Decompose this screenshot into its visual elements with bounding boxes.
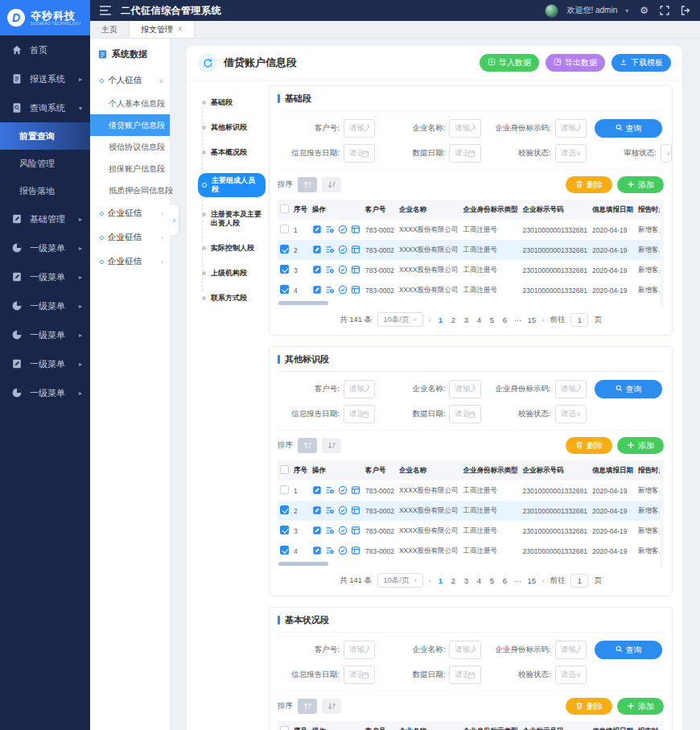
table-row[interactable]: 3783-0002XXXX股份有限公司工商注册号2301000000133268… [278, 521, 664, 541]
select-input[interactable]: 请选择∨ [555, 666, 587, 684]
goto-page-input[interactable] [570, 313, 588, 327]
page-number[interactable]: 5 [488, 576, 496, 585]
next-page-icon[interactable]: › [541, 316, 544, 324]
sidebar-item[interactable]: 查询系统▾ [0, 93, 90, 122]
close-icon[interactable]: × [178, 25, 183, 34]
scrollbar-thumb[interactable] [278, 301, 328, 305]
detail-action-icon[interactable] [325, 225, 335, 234]
sort-asc-button[interactable] [298, 177, 317, 192]
page-number[interactable]: ··· [514, 316, 522, 324]
record-action-icon[interactable] [351, 546, 360, 555]
sidebar-item[interactable]: 基础管理▸ [0, 204, 90, 233]
horizontal-scrollbar[interactable] [278, 562, 660, 566]
page-number[interactable]: 6 [501, 576, 509, 585]
page-number[interactable]: 15 [527, 576, 536, 585]
sort-asc-button[interactable] [298, 699, 317, 714]
sort-desc-button[interactable] [322, 699, 341, 714]
fullscreen-icon[interactable] [660, 6, 669, 15]
subsidebar-item[interactable]: 借贷账户信息段 [90, 114, 170, 136]
date-input[interactable]: 请选择 [344, 405, 375, 423]
record-action-icon[interactable] [351, 485, 360, 495]
anchor-item[interactable]: 基本概况段 [198, 148, 266, 157]
text-input[interactable]: 请输入 [555, 119, 587, 138]
row-checkbox[interactable] [280, 265, 289, 274]
anchor-item[interactable]: 实际控制人段 [198, 244, 266, 253]
subsidebar-item[interactable]: 抵质押合同信息段 [90, 179, 170, 201]
subsidebar-item[interactable]: 个人基本信息段 [90, 93, 170, 114]
detail-action-icon[interactable] [325, 285, 335, 295]
welcome-text[interactable]: 欢迎您! admin [566, 5, 617, 16]
delete-button[interactable]: 删除 [566, 176, 612, 193]
record-action-icon[interactable] [351, 265, 360, 274]
row-checkbox[interactable] [280, 526, 289, 534]
select-all-checkbox[interactable] [280, 465, 289, 474]
avatar[interactable] [545, 4, 558, 18]
sidebar-item[interactable]: 一级菜单▸ [0, 349, 90, 378]
record-action-icon[interactable] [351, 285, 360, 295]
sidebar-item[interactable]: 一级菜单▸ [0, 378, 90, 407]
subsidebar-group[interactable]: 企业征信› [90, 250, 170, 274]
record-action-icon[interactable] [351, 245, 360, 254]
edit-action-icon[interactable] [312, 225, 322, 234]
subsidebar-group[interactable]: 企业征信› [90, 201, 170, 225]
delete-button[interactable]: 删除 [566, 698, 612, 715]
anchor-item[interactable]: 主要组成人员段 [198, 173, 266, 197]
text-input[interactable]: 请输入 [449, 119, 480, 138]
page-size-select[interactable]: 10条/页∨ [377, 573, 422, 588]
edit-action-icon[interactable] [312, 505, 322, 515]
check-action-icon[interactable] [338, 526, 348, 535]
sort-desc-button[interactable] [322, 177, 341, 192]
sidebar-toggle-icon[interactable] [100, 6, 111, 15]
detail-action-icon[interactable] [325, 546, 335, 555]
edit-action-icon[interactable] [312, 245, 322, 254]
edit-action-icon[interactable] [312, 546, 322, 555]
tab[interactable]: 报文管理× [130, 21, 195, 38]
check-action-icon[interactable] [338, 485, 348, 495]
date-input[interactable]: 请选择 [344, 666, 375, 684]
anchor-item[interactable]: 上级机构段 [198, 269, 266, 278]
select-input[interactable]: 请选择∨ [661, 144, 672, 163]
anchor-item[interactable]: 注册资本及主要出资人段 [198, 210, 266, 228]
add-button[interactable]: 添加 [617, 437, 664, 454]
record-action-icon[interactable] [351, 505, 360, 515]
record-action-icon[interactable] [351, 225, 360, 234]
goto-page-input[interactable] [570, 574, 588, 588]
search-button[interactable]: 查询 [595, 380, 662, 398]
anchor-item[interactable]: 基础段 [198, 98, 266, 107]
record-action-icon[interactable] [351, 526, 360, 535]
sidebar-item[interactable]: 风险管理 [0, 150, 90, 177]
page-number[interactable]: 15 [527, 316, 536, 324]
detail-action-icon[interactable] [325, 265, 335, 274]
delete-button[interactable]: 删除 [566, 437, 612, 454]
table-row[interactable]: 1783-0002XXXX股份有限公司工商注册号2301000000133268… [278, 480, 664, 501]
collapse-handle-icon[interactable]: › [170, 204, 179, 235]
import-button[interactable]: 导入数据 [480, 54, 539, 72]
check-action-icon[interactable] [338, 546, 348, 555]
check-action-icon[interactable] [338, 225, 348, 234]
export-button[interactable]: 导出数据 [546, 54, 605, 72]
detail-action-icon[interactable] [325, 485, 335, 495]
subsidebar-group[interactable]: 个人征信∨ [90, 68, 170, 93]
date-input[interactable]: 请选择 [344, 144, 375, 163]
row-checkbox[interactable] [280, 245, 289, 254]
sidebar-item[interactable]: 一级菜单▸ [0, 320, 90, 349]
prev-page-icon[interactable]: ‹ [429, 576, 431, 585]
page-number[interactable]: 3 [463, 576, 470, 585]
date-input[interactable]: 请选择 [449, 405, 480, 423]
edit-action-icon[interactable] [312, 285, 322, 295]
text-input[interactable]: 请输入 [344, 119, 375, 138]
detail-action-icon[interactable] [325, 505, 335, 515]
table-row[interactable]: 3783-0002XXXX股份有限公司工商注册号2301000000133268… [278, 260, 664, 280]
table-row[interactable]: 4783-0002XXXX股份有限公司工商注册号2301000000133268… [278, 541, 664, 561]
page-number[interactable]: 2 [450, 576, 457, 585]
subsidebar-item[interactable]: 授信协议信息段 [90, 136, 170, 158]
horizontal-scrollbar[interactable] [278, 301, 660, 305]
download-button[interactable]: 下载模板 [611, 54, 671, 72]
page-number[interactable]: 2 [450, 316, 457, 324]
table-row[interactable]: 2783-0002XXXX股份有限公司工商注册号2301000000133268… [278, 501, 664, 521]
tab[interactable]: 主页 [90, 21, 130, 38]
page-number[interactable]: 4 [476, 316, 483, 324]
table-row[interactable]: 1783-0002XXXX股份有限公司工商注册号2301000000133268… [278, 220, 664, 240]
check-action-icon[interactable] [338, 505, 348, 515]
page-number[interactable]: 3 [463, 316, 470, 324]
